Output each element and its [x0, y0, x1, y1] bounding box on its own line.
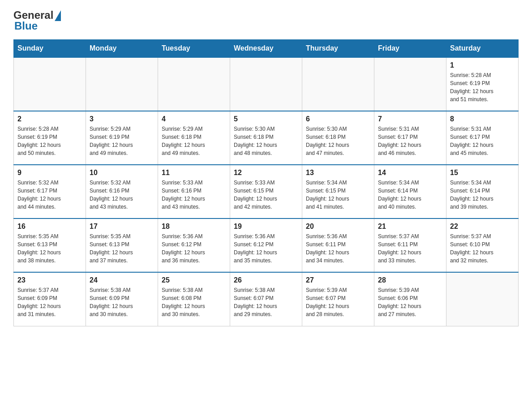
calendar-header-row: Sunday Monday Tuesday Wednesday Thursday… [14, 40, 519, 58]
calendar-cell: 15Sunrise: 5:34 AM Sunset: 6:14 PM Dayli… [446, 165, 519, 218]
logo-blue: Blue [14, 20, 38, 32]
day-number: 7 [378, 115, 442, 123]
day-number: 1 [450, 61, 515, 69]
day-number: 14 [378, 169, 442, 177]
day-number: 6 [306, 115, 370, 123]
calendar-week-row: 16Sunrise: 5:35 AM Sunset: 6:13 PM Dayli… [14, 218, 519, 272]
day-info: Sunrise: 5:34 AM Sunset: 6:14 PM Dayligh… [378, 179, 442, 211]
calendar-cell: 21Sunrise: 5:37 AM Sunset: 6:11 PM Dayli… [374, 218, 446, 272]
calendar-cell: 25Sunrise: 5:38 AM Sunset: 6:08 PM Dayli… [158, 272, 230, 326]
day-number: 23 [17, 276, 82, 284]
day-info: Sunrise: 5:30 AM Sunset: 6:18 PM Dayligh… [306, 125, 370, 157]
calendar-week-row: 9Sunrise: 5:32 AM Sunset: 6:17 PM Daylig… [14, 165, 519, 218]
calendar-cell: 22Sunrise: 5:37 AM Sunset: 6:10 PM Dayli… [446, 218, 519, 272]
day-info: Sunrise: 5:37 AM Sunset: 6:09 PM Dayligh… [17, 286, 82, 318]
day-number: 26 [234, 276, 298, 284]
day-info: Sunrise: 5:34 AM Sunset: 6:14 PM Dayligh… [450, 179, 515, 211]
day-info: Sunrise: 5:32 AM Sunset: 6:17 PM Dayligh… [17, 179, 82, 211]
calendar-cell: 5Sunrise: 5:30 AM Sunset: 6:18 PM Daylig… [230, 111, 302, 165]
calendar-cell [158, 57, 230, 111]
day-info: Sunrise: 5:39 AM Sunset: 6:07 PM Dayligh… [306, 286, 370, 318]
calendar-cell: 3Sunrise: 5:29 AM Sunset: 6:19 PM Daylig… [86, 111, 158, 165]
day-number: 28 [378, 276, 442, 284]
calendar-cell: 9Sunrise: 5:32 AM Sunset: 6:17 PM Daylig… [14, 165, 86, 218]
day-number: 21 [378, 223, 442, 231]
day-info: Sunrise: 5:31 AM Sunset: 6:17 PM Dayligh… [378, 125, 442, 157]
calendar-cell [230, 57, 302, 111]
day-info: Sunrise: 5:32 AM Sunset: 6:16 PM Dayligh… [90, 179, 154, 211]
col-sunday: Sunday [14, 40, 86, 58]
day-number: 20 [306, 223, 370, 231]
day-number: 4 [162, 115, 226, 123]
day-info: Sunrise: 5:33 AM Sunset: 6:15 PM Dayligh… [234, 179, 298, 211]
col-wednesday: Wednesday [230, 40, 302, 58]
calendar-cell: 18Sunrise: 5:36 AM Sunset: 6:12 PM Dayli… [158, 218, 230, 272]
calendar-cell: 13Sunrise: 5:34 AM Sunset: 6:15 PM Dayli… [302, 165, 374, 218]
day-info: Sunrise: 5:37 AM Sunset: 6:10 PM Dayligh… [450, 232, 515, 265]
calendar-cell: 26Sunrise: 5:38 AM Sunset: 6:07 PM Dayli… [230, 272, 302, 326]
calendar-cell: 27Sunrise: 5:39 AM Sunset: 6:07 PM Dayli… [302, 272, 374, 326]
day-info: Sunrise: 5:38 AM Sunset: 6:08 PM Dayligh… [162, 286, 226, 318]
day-info: Sunrise: 5:38 AM Sunset: 6:09 PM Dayligh… [90, 286, 154, 318]
day-info: Sunrise: 5:36 AM Sunset: 6:11 PM Dayligh… [306, 232, 370, 265]
calendar-cell: 19Sunrise: 5:36 AM Sunset: 6:12 PM Dayli… [230, 218, 302, 272]
day-number: 18 [162, 223, 226, 231]
day-number: 8 [450, 115, 515, 123]
logo: General Blue [13, 9, 61, 32]
calendar-week-row: 2Sunrise: 5:28 AM Sunset: 6:19 PM Daylig… [14, 111, 519, 165]
day-number: 2 [17, 115, 82, 123]
day-number: 13 [306, 169, 370, 177]
day-info: Sunrise: 5:31 AM Sunset: 6:17 PM Dayligh… [450, 125, 515, 157]
day-number: 22 [450, 223, 515, 231]
calendar-cell: 6Sunrise: 5:30 AM Sunset: 6:18 PM Daylig… [302, 111, 374, 165]
calendar-cell: 12Sunrise: 5:33 AM Sunset: 6:15 PM Dayli… [230, 165, 302, 218]
day-info: Sunrise: 5:35 AM Sunset: 6:13 PM Dayligh… [90, 232, 154, 265]
calendar-cell: 11Sunrise: 5:33 AM Sunset: 6:16 PM Dayli… [158, 165, 230, 218]
calendar-cell: 14Sunrise: 5:34 AM Sunset: 6:14 PM Dayli… [374, 165, 446, 218]
col-thursday: Thursday [302, 40, 374, 58]
calendar-cell [374, 57, 446, 111]
day-info: Sunrise: 5:29 AM Sunset: 6:19 PM Dayligh… [90, 125, 154, 157]
calendar-cell: 7Sunrise: 5:31 AM Sunset: 6:17 PM Daylig… [374, 111, 446, 165]
calendar-cell: 4Sunrise: 5:29 AM Sunset: 6:18 PM Daylig… [158, 111, 230, 165]
calendar-cell [446, 272, 519, 326]
calendar-cell [14, 57, 86, 111]
calendar-cell [302, 57, 374, 111]
day-info: Sunrise: 5:39 AM Sunset: 6:06 PM Dayligh… [378, 286, 442, 318]
day-number: 15 [450, 169, 515, 177]
day-number: 10 [90, 169, 154, 177]
day-number: 5 [234, 115, 298, 123]
day-number: 11 [162, 169, 226, 177]
calendar-cell: 8Sunrise: 5:31 AM Sunset: 6:17 PM Daylig… [446, 111, 519, 165]
day-number: 16 [17, 223, 82, 231]
calendar-cell: 24Sunrise: 5:38 AM Sunset: 6:09 PM Dayli… [86, 272, 158, 326]
calendar-week-row: 23Sunrise: 5:37 AM Sunset: 6:09 PM Dayli… [14, 272, 519, 326]
day-info: Sunrise: 5:30 AM Sunset: 6:18 PM Dayligh… [234, 125, 298, 157]
day-info: Sunrise: 5:28 AM Sunset: 6:19 PM Dayligh… [450, 71, 515, 103]
day-number: 25 [162, 276, 226, 284]
day-info: Sunrise: 5:36 AM Sunset: 6:12 PM Dayligh… [162, 232, 226, 265]
calendar-cell: 17Sunrise: 5:35 AM Sunset: 6:13 PM Dayli… [86, 218, 158, 272]
calendar-cell: 2Sunrise: 5:28 AM Sunset: 6:19 PM Daylig… [14, 111, 86, 165]
col-monday: Monday [86, 40, 158, 58]
day-info: Sunrise: 5:36 AM Sunset: 6:12 PM Dayligh… [234, 232, 298, 265]
day-info: Sunrise: 5:37 AM Sunset: 6:11 PM Dayligh… [378, 232, 442, 265]
day-number: 27 [306, 276, 370, 284]
calendar-cell: 10Sunrise: 5:32 AM Sunset: 6:16 PM Dayli… [86, 165, 158, 218]
day-info: Sunrise: 5:34 AM Sunset: 6:15 PM Dayligh… [306, 179, 370, 211]
col-friday: Friday [374, 40, 446, 58]
logo-arrow-icon [55, 10, 61, 21]
calendar-cell: 1Sunrise: 5:28 AM Sunset: 6:19 PM Daylig… [446, 57, 519, 111]
day-number: 19 [234, 223, 298, 231]
calendar-cell: 16Sunrise: 5:35 AM Sunset: 6:13 PM Dayli… [14, 218, 86, 272]
day-number: 12 [234, 169, 298, 177]
day-number: 17 [90, 223, 154, 231]
col-saturday: Saturday [446, 40, 519, 58]
col-tuesday: Tuesday [158, 40, 230, 58]
day-number: 3 [90, 115, 154, 123]
day-info: Sunrise: 5:29 AM Sunset: 6:18 PM Dayligh… [162, 125, 226, 157]
day-number: 24 [90, 276, 154, 284]
day-number: 9 [17, 169, 82, 177]
calendar-cell: 20Sunrise: 5:36 AM Sunset: 6:11 PM Dayli… [302, 218, 374, 272]
day-info: Sunrise: 5:35 AM Sunset: 6:13 PM Dayligh… [17, 232, 82, 265]
